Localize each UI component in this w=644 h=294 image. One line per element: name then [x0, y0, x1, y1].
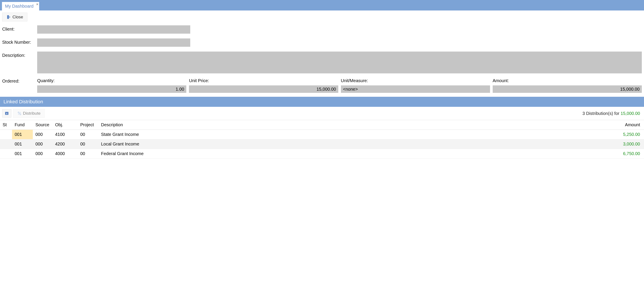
quantity-field: Quantity: 1.00 — [37, 78, 186, 93]
quantity-value: 1.00 — [37, 85, 186, 93]
form-area: Client: Stock Number: Description: Order… — [0, 25, 644, 93]
amount-label: Amount: — [493, 78, 642, 83]
distribution-summary: 3 Distribution(s) for 15,000.00 — [582, 111, 642, 116]
cell-project: 00 — [78, 149, 98, 159]
export-excel-button[interactable]: x — [2, 109, 11, 117]
col-header-amount[interactable]: Amount — [585, 120, 644, 130]
cell-st — [0, 130, 12, 139]
cell-project: 00 — [78, 139, 98, 149]
close-button-label: Close — [12, 15, 23, 19]
cell-source: 000 — [33, 149, 52, 159]
col-header-project[interactable]: Project — [78, 120, 98, 130]
cell-obj: 4000 — [52, 149, 78, 159]
col-header-fund[interactable]: Fund — [12, 120, 33, 130]
description-input — [37, 51, 642, 73]
table-header-row: St Fund Source Obj. Project Description … — [0, 120, 644, 130]
close-icon[interactable]: × — [36, 2, 38, 6]
col-header-st[interactable]: St — [0, 120, 12, 130]
percent-icon — [17, 111, 22, 116]
distribution-summary-amount: 15,000.00 — [620, 111, 640, 116]
distribute-button-label: Distribute — [23, 111, 40, 116]
cell-desc: State Grant Income — [98, 130, 585, 139]
top-bar: My Dashboard × — [0, 0, 644, 10]
cell-amount: 5,250.00 — [585, 130, 644, 139]
svg-point-4 — [20, 114, 21, 115]
svg-text:x: x — [6, 112, 8, 115]
col-header-description[interactable]: Description — [98, 120, 585, 130]
unit-price-field: Unit Price: 15,000.00 — [189, 78, 338, 93]
section-header-linked-distribution: Linked Distribution — [0, 97, 644, 107]
table-row[interactable]: 001000410000State Grant Income5,250.00 — [0, 130, 644, 139]
row-client: Client: — [2, 25, 642, 34]
row-ordered: Ordered: Quantity: 1.00 Unit Price: 15,0… — [2, 78, 642, 93]
cell-desc: Federal Grant Income — [98, 149, 585, 159]
cell-fund: 001 — [12, 130, 33, 139]
close-button[interactable]: Close — [2, 13, 27, 21]
distribute-button: Distribute — [13, 109, 44, 118]
amount-field: Amount: 15,000.00 — [493, 78, 642, 93]
table-row[interactable]: 001000420000Local Grant Income3,000.00 — [0, 139, 644, 149]
client-input — [37, 25, 190, 34]
unit-price-label: Unit Price: — [189, 78, 338, 83]
svg-rect-0 — [7, 15, 9, 19]
stock-label: Stock Number: — [2, 38, 35, 45]
cell-st — [0, 149, 12, 159]
cell-fund: 001 — [12, 149, 33, 159]
row-description: Description: — [2, 51, 642, 73]
cell-source: 000 — [33, 139, 52, 149]
cell-source: 000 — [33, 130, 52, 139]
excel-icon: x — [4, 111, 9, 116]
cell-project: 00 — [78, 130, 98, 139]
cell-fund: 001 — [12, 139, 33, 149]
distribution-toolbar: x Distribute 3 Distribution(s) for 15,00… — [0, 107, 644, 120]
quantity-label: Quantity: — [37, 78, 186, 83]
cell-obj: 4200 — [52, 139, 78, 149]
col-header-obj[interactable]: Obj. — [52, 120, 78, 130]
cell-st — [0, 139, 12, 149]
table-row[interactable]: 001000400000Federal Grant Income6,750.00 — [0, 149, 644, 159]
stock-input — [37, 38, 190, 47]
ordered-label: Ordered: — [2, 78, 35, 84]
cell-desc: Local Grant Income — [98, 139, 585, 149]
cell-amount: 6,750.00 — [585, 149, 644, 159]
unit-measure-label: Unit/Measure: — [341, 78, 490, 83]
distribution-table: St Fund Source Obj. Project Description … — [0, 120, 644, 159]
unit-measure-field: Unit/Measure: <none> — [341, 78, 490, 93]
tab-label: My Dashboard — [5, 4, 34, 8]
cell-amount: 3,000.00 — [585, 139, 644, 149]
cell-obj: 4100 — [52, 130, 78, 139]
row-stock: Stock Number: — [2, 38, 642, 47]
page-toolbar: Close — [0, 10, 644, 25]
distribution-summary-prefix: 3 Distribution(s) for — [582, 111, 621, 116]
unit-price-value: 15,000.00 — [189, 85, 338, 93]
unit-measure-value: <none> — [341, 85, 490, 93]
tab-dashboard[interactable]: My Dashboard × — [2, 2, 39, 10]
door-exit-icon — [6, 15, 11, 19]
col-header-source[interactable]: Source — [33, 120, 52, 130]
svg-point-3 — [18, 112, 19, 113]
svg-line-5 — [18, 112, 21, 115]
client-label: Client: — [2, 25, 35, 32]
amount-value: 15,000.00 — [493, 85, 642, 93]
description-label: Description: — [2, 51, 35, 58]
